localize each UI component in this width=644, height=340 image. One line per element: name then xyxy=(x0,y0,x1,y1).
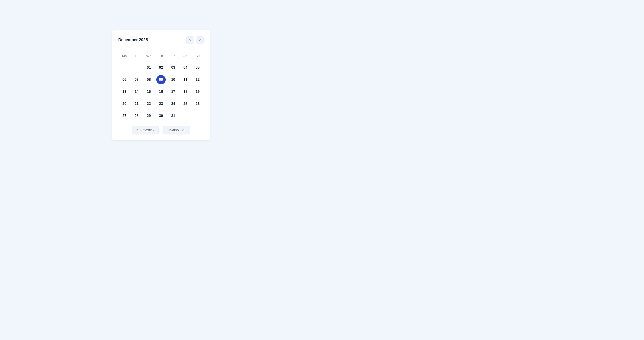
day-cell: 30 xyxy=(155,111,167,121)
calendar-day[interactable]: 27 xyxy=(120,111,129,120)
calendar-day[interactable]: 07 xyxy=(132,75,141,84)
day-cell: 01 xyxy=(143,63,155,72)
calendar-day[interactable]: 29 xyxy=(144,111,154,120)
day-cell: 29 xyxy=(143,111,155,121)
day-cell-empty xyxy=(130,63,143,72)
day-cell: 18 xyxy=(179,87,192,97)
chevron-left-icon xyxy=(188,38,192,42)
day-cell: 17 xyxy=(167,87,179,97)
day-cell: 24 xyxy=(167,99,179,109)
calendar-day[interactable]: 24 xyxy=(168,99,178,108)
day-cell: 06 xyxy=(118,75,130,84)
weekday-header: Fr xyxy=(167,52,179,60)
calendar-day[interactable]: 10 xyxy=(168,75,178,84)
day-cell: 26 xyxy=(192,99,204,109)
quick-date-button-1[interactable]: 25/09/2025 xyxy=(163,126,190,134)
weekday-header: Mo xyxy=(118,52,130,60)
day-cell: 05 xyxy=(192,63,204,72)
calendar-header: December 2025 xyxy=(118,36,204,44)
calendar-day[interactable]: 13 xyxy=(120,87,129,96)
weekday-header: We xyxy=(143,52,155,60)
weekday-header: Th xyxy=(155,52,167,60)
calendar-day[interactable]: 21 xyxy=(132,99,141,108)
day-cell: 15 xyxy=(143,87,155,97)
day-cell: 08 xyxy=(143,75,155,84)
day-cell: 03 xyxy=(167,63,179,72)
calendar-day[interactable]: 02 xyxy=(156,63,166,72)
day-cell: 23 xyxy=(155,99,167,109)
quick-date-button-0[interactable]: 10/09/2025 xyxy=(132,126,159,134)
calendar-day[interactable]: 31 xyxy=(168,111,178,120)
calendar-day[interactable]: 12 xyxy=(193,75,202,84)
calendar-card: December 2025 MoTuWeThFrSaSu010203040506… xyxy=(112,30,210,140)
weekday-header: Sa xyxy=(179,52,192,60)
calendar-day[interactable]: 08 xyxy=(144,75,154,84)
day-cell: 19 xyxy=(192,87,204,97)
calendar-day[interactable]: 26 xyxy=(193,99,202,108)
calendar-day[interactable]: 09 xyxy=(156,75,166,84)
calendar-day[interactable]: 19 xyxy=(193,87,202,96)
calendar-day[interactable]: 22 xyxy=(144,99,154,108)
calendar-day[interactable]: 14 xyxy=(132,87,141,96)
day-cell-empty xyxy=(118,63,130,72)
calendar-day[interactable]: 30 xyxy=(156,111,166,120)
day-cell: 09 xyxy=(155,75,167,84)
calendar-day[interactable]: 05 xyxy=(193,63,202,72)
prev-month-button[interactable] xyxy=(186,36,194,44)
day-cell: 02 xyxy=(155,63,167,72)
calendar-day[interactable]: 25 xyxy=(181,99,190,108)
weekday-header: Su xyxy=(192,52,204,60)
next-month-button[interactable] xyxy=(196,36,204,44)
calendar-day[interactable]: 18 xyxy=(181,87,190,96)
day-cell: 11 xyxy=(179,75,192,84)
calendar-day[interactable]: 28 xyxy=(132,111,141,120)
calendar-day[interactable]: 11 xyxy=(181,75,190,84)
day-cell: 10 xyxy=(167,75,179,84)
day-cell: 04 xyxy=(179,63,192,72)
day-cell: 13 xyxy=(118,87,130,97)
day-cell: 31 xyxy=(167,111,179,121)
day-cell: 20 xyxy=(118,99,130,109)
calendar-grid: MoTuWeThFrSaSu01020304050607080910111213… xyxy=(118,52,204,121)
calendar-day[interactable]: 01 xyxy=(144,63,154,72)
chevron-right-icon xyxy=(198,38,202,42)
day-cell: 27 xyxy=(118,111,130,121)
nav-buttons xyxy=(186,36,204,44)
calendar-day[interactable]: 06 xyxy=(120,75,129,84)
calendar-day[interactable]: 20 xyxy=(120,99,129,108)
day-cell: 21 xyxy=(130,99,143,109)
day-cell: 28 xyxy=(130,111,143,121)
day-cell: 22 xyxy=(143,99,155,109)
calendar-day[interactable]: 15 xyxy=(144,87,154,96)
calendar-day[interactable]: 17 xyxy=(168,87,178,96)
calendar-day[interactable]: 03 xyxy=(168,63,178,72)
day-cell: 16 xyxy=(155,87,167,97)
calendar-title: December 2025 xyxy=(118,38,148,42)
day-cell: 25 xyxy=(179,99,192,109)
calendar-day[interactable]: 16 xyxy=(156,87,166,96)
weekday-header: Tu xyxy=(130,52,143,60)
day-cell: 12 xyxy=(192,75,204,84)
day-cell: 07 xyxy=(130,75,143,84)
quick-dates-row: 10/09/2025 25/09/2025 xyxy=(118,126,204,134)
day-cell: 14 xyxy=(130,87,143,97)
calendar-day[interactable]: 23 xyxy=(156,99,166,108)
calendar-day[interactable]: 04 xyxy=(181,63,190,72)
